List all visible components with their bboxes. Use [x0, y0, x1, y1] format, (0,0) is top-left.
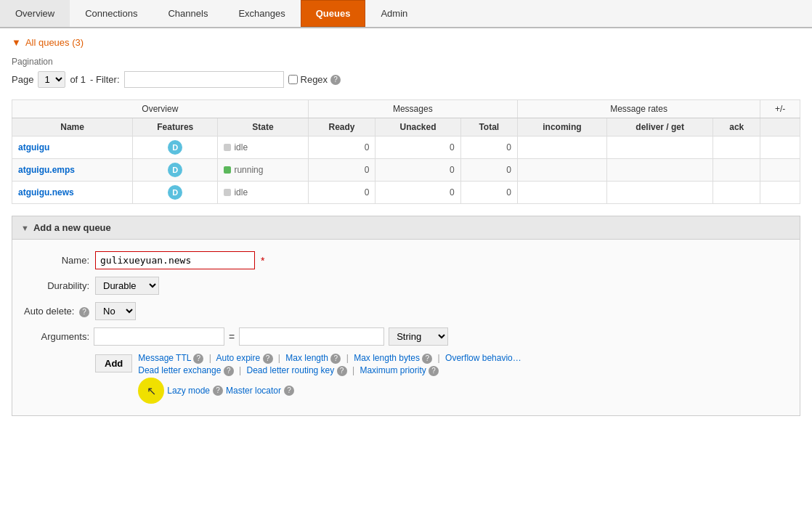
max-length-help[interactable]: ?: [330, 354, 341, 364]
state-label: running: [234, 165, 263, 175]
row-ready: 0: [308, 182, 375, 204]
row-name: atguigu: [12, 137, 133, 159]
msg-ttl-help[interactable]: ?: [193, 354, 203, 364]
row-ready: 0: [308, 137, 375, 159]
bottom-area: Add Message TTL ? | Auto expire ? | Max …: [24, 353, 788, 404]
row-incoming: [517, 182, 606, 204]
max-priority-help[interactable]: ?: [429, 366, 439, 376]
add-queue-title: Add a new queue: [33, 222, 111, 233]
state-label: idle: [234, 187, 248, 198]
row-extra: [760, 137, 800, 159]
max-length-bytes-link[interactable]: Max length bytes: [354, 353, 420, 363]
row-ready: 0: [308, 159, 375, 182]
arg-type-select[interactable]: String Number Boolean: [389, 327, 448, 346]
add-queue-form: Name: * Durability: Durable Transient Au…: [12, 240, 800, 416]
table-row: atguigu D idle 0 0 0: [12, 137, 800, 159]
tab-channels[interactable]: Channels: [153, 0, 223, 27]
max-priority-link[interactable]: Maximum priority: [360, 365, 426, 375]
table-row: atguigu.emps D running 0 0 0: [12, 159, 800, 182]
row-incoming: [517, 137, 606, 159]
queue-name-link[interactable]: atguigu.emps: [18, 165, 75, 175]
master-locator-help[interactable]: ?: [284, 386, 294, 396]
quick-links: Message TTL ? | Auto expire ? | Max leng…: [138, 353, 788, 404]
add-queue-header[interactable]: ▼ Add a new queue: [12, 216, 800, 240]
arg-key-input[interactable]: [94, 327, 224, 346]
lazy-mode-help[interactable]: ?: [213, 386, 223, 396]
row-unacked: 0: [375, 182, 460, 204]
section-header: ▼ All queues (3): [12, 34, 800, 51]
row-ack: [713, 137, 760, 159]
page-label: Page: [12, 74, 33, 85]
queue-name-link[interactable]: atguigu.news: [18, 187, 74, 198]
lazy-mode-link[interactable]: Lazy mode: [167, 386, 210, 396]
quick-links-row3: ↖ Lazy mode ? Master locator ?: [138, 378, 788, 404]
max-length-link[interactable]: Max length: [285, 353, 328, 363]
nav-tabs: Overview Connections Channels Exchanges …: [0, 0, 812, 28]
name-label: Name:: [24, 255, 89, 266]
tab-connections[interactable]: Connections: [70, 0, 153, 27]
max-length-bytes-help[interactable]: ?: [422, 354, 432, 364]
regex-label[interactable]: Regex: [301, 74, 328, 85]
page-select[interactable]: 1: [38, 71, 65, 88]
dead-letter-exchange-help[interactable]: ?: [224, 366, 234, 376]
col-ready: Ready: [308, 118, 375, 137]
row-deliver-get: [606, 182, 712, 204]
feature-badge: D: [168, 140, 182, 155]
auto-delete-select[interactable]: No Yes: [95, 302, 136, 320]
filter-label: - Filter:: [90, 74, 119, 85]
col-unacked: Unacked: [375, 118, 460, 137]
dead-letter-exchange-link[interactable]: Dead letter exchange: [138, 365, 221, 375]
dead-letter-routing-key-link[interactable]: Dead letter routing key: [247, 365, 335, 375]
col-state: State: [218, 118, 308, 137]
row-total: 0: [460, 182, 517, 204]
plus-minus-btn[interactable]: +/-: [760, 100, 800, 118]
queue-name-input[interactable]: [95, 251, 255, 269]
row-incoming: [517, 159, 606, 182]
row-extra: [760, 182, 800, 204]
row-features: D: [133, 182, 218, 204]
tab-admin[interactable]: Admin: [365, 0, 423, 27]
arrow-icon: ▼: [12, 37, 21, 48]
equals-sign: =: [229, 331, 235, 343]
row-name: atguigu.emps: [12, 159, 133, 182]
required-star: *: [261, 255, 264, 266]
durability-select[interactable]: Durable Transient: [95, 277, 159, 295]
add-queue-button[interactable]: Add: [95, 354, 132, 372]
of-label: of 1: [70, 74, 86, 85]
col-name: Name: [12, 118, 133, 137]
queue-name-link[interactable]: atguigu: [18, 142, 49, 152]
row-ack: [713, 182, 760, 204]
row-features: D: [133, 159, 218, 182]
durability-label: Durability:: [24, 280, 89, 291]
tab-queues[interactable]: Queues: [301, 0, 366, 27]
col-deliver-get: deliver / get: [606, 118, 712, 137]
auto-expire-help[interactable]: ?: [263, 354, 273, 364]
row-ack: [713, 159, 760, 182]
add-queue-arrow: ▼: [21, 224, 29, 232]
state-label: idle: [234, 142, 248, 152]
msg-ttl-link[interactable]: Message TTL: [138, 353, 191, 363]
arg-val-input[interactable]: [239, 327, 384, 346]
auto-delete-help-icon[interactable]: ?: [79, 307, 89, 317]
auto-expire-link[interactable]: Auto expire: [216, 353, 260, 363]
quick-links-row1: Message TTL ? | Auto expire ? | Max leng…: [138, 353, 788, 364]
row-state: idle: [218, 137, 308, 159]
tab-exchanges[interactable]: Exchanges: [223, 0, 300, 27]
regex-help-icon[interactable]: ?: [330, 75, 341, 85]
feature-badge: D: [168, 185, 182, 200]
dead-letter-routing-key-help[interactable]: ?: [337, 366, 347, 376]
filter-input[interactable]: [124, 71, 284, 88]
durability-row: Durability: Durable Transient: [24, 277, 788, 295]
tab-overview[interactable]: Overview: [0, 0, 70, 27]
group-message-rates: Message rates: [517, 100, 760, 118]
add-queue-section: ▼ Add a new queue Name: * Durability: Du…: [12, 216, 800, 416]
feature-badge: D: [168, 163, 182, 177]
row-state: idle: [218, 182, 308, 204]
pagination-label: Pagination: [12, 57, 800, 67]
overflow-link[interactable]: Overflow behavio…: [445, 353, 521, 363]
col-extra: [760, 118, 800, 137]
state-dot: [224, 166, 231, 174]
master-locator-link[interactable]: Master locator: [226, 386, 281, 396]
regex-checkbox[interactable]: [288, 75, 298, 84]
arguments-row: Arguments: = String Number Boolean: [24, 327, 788, 346]
